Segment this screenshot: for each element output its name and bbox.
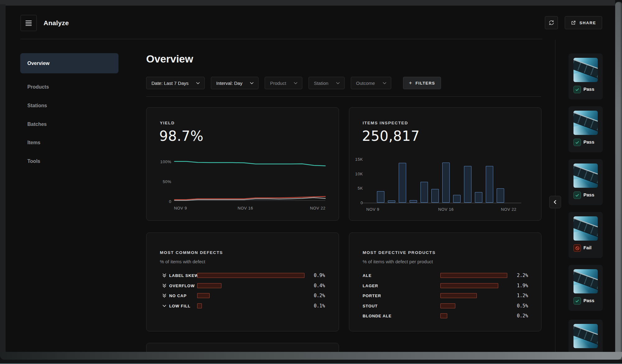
chevron-down-icon (196, 82, 200, 85)
filter-dropdown-interval-day[interactable]: Interval: Day (211, 77, 258, 89)
products-card-subtitle: % of items with defect per product (363, 259, 433, 264)
row-label: STOUT (363, 304, 378, 308)
collapse-panel-button[interactable] (549, 196, 561, 208)
inspection-status-label: Fail (583, 245, 592, 250)
bar-day-10 (475, 192, 482, 203)
defects-row-no-cap: NO CAP0.2% (160, 291, 330, 300)
items-xtick: NOV 16 (438, 207, 454, 212)
pass-check-icon (573, 139, 581, 146)
sidebar-item-label: Stations (27, 103, 47, 108)
share-export-icon (571, 20, 576, 25)
row-label: BLONDE ALE (363, 314, 392, 318)
partial-card (146, 343, 339, 352)
inspection-thumbnail-image (573, 111, 598, 135)
items-chart-plot (365, 159, 516, 203)
chevron-down-icon (336, 82, 340, 85)
sidebar-item-items[interactable]: Items (20, 133, 118, 152)
inspection-item-card[interactable]: Pass (569, 159, 603, 205)
row-value: 0.4% (314, 283, 325, 288)
row-label: LOW FILL (169, 304, 191, 308)
items-ytick: 5K (349, 186, 363, 191)
app-title: Analyze (44, 19, 69, 27)
chevron-left-icon (553, 200, 557, 205)
bar-day-8 (453, 195, 461, 203)
chevron-down-icon (250, 82, 254, 85)
row-bar (197, 303, 202, 308)
filter-dropdown-outcome[interactable]: Outcome (351, 77, 391, 89)
defects-card-title: MOST COMMON DEFECTS (160, 250, 223, 255)
defects-card-subtitle: % of items with defect (160, 259, 205, 264)
items-x-axis (362, 203, 521, 203)
monitor-chin (0, 360, 622, 364)
inspection-item-card[interactable]: Fail (569, 212, 603, 258)
double-chevron-down-icon[interactable] (162, 273, 166, 278)
bar-day-3 (399, 163, 406, 203)
inspection-thumbnail-image (573, 269, 598, 293)
filter-dropdown-label: Station (314, 81, 328, 86)
bar-day-5 (420, 182, 428, 203)
menu-button[interactable] (21, 15, 37, 31)
defects-row-overflow: OVERFLOW0.4% (160, 281, 330, 290)
row-label: LABEL SKEW (169, 273, 199, 278)
pass-check-icon (573, 297, 581, 305)
fail-no-entry-icon (573, 244, 581, 252)
sidebar-item-label: Tools (27, 159, 40, 164)
row-value: 0.2% (517, 313, 528, 319)
inspection-item-card[interactable]: Pass (569, 265, 603, 311)
line-series-yield-pct (174, 161, 325, 166)
sidebar-item-stations[interactable]: Stations (20, 96, 118, 115)
refresh-button[interactable] (545, 16, 558, 29)
items-xtick: NOV 22 (501, 207, 517, 212)
filter-dropdown-label: Date: Last 7 Days (151, 81, 188, 86)
double-chevron-down-icon[interactable] (162, 293, 166, 298)
products-row-blonde-ale: BLONDE ALE0.2% (363, 311, 533, 320)
pass-check-icon (573, 86, 581, 93)
bar-day-12 (497, 188, 504, 203)
double-chevron-down-icon[interactable] (162, 283, 166, 288)
yield-xtick: NOV 16 (238, 206, 253, 210)
yield-chart-plot (174, 160, 327, 203)
yield-card: YIELD 98.7% 100%50%0NOV 9NOV 16NOV 22 (146, 107, 339, 221)
yield-metric: 98.7% (159, 128, 203, 144)
share-button[interactable]: SHARE (565, 16, 602, 29)
row-bar (440, 313, 447, 318)
sidebar-item-overview[interactable]: Overview (20, 53, 118, 73)
products-row-lager: LAGER1.9% (363, 281, 533, 290)
add-filters-button[interactable]: +FILTERS (403, 77, 441, 89)
filter-dropdown-date-last-7-days[interactable]: Date: Last 7 Days (146, 77, 205, 89)
inspection-item-card[interactable]: Pass (569, 106, 603, 152)
yield-card-title: YIELD (160, 121, 175, 125)
products-card: MOST DEFECTIVE PRODUCTS % of items with … (349, 233, 541, 331)
sidebar-item-tools[interactable]: Tools (20, 152, 118, 171)
chevron-down-icon[interactable] (162, 304, 166, 308)
row-bar (440, 303, 455, 308)
filter-dropdown-product[interactable]: Product (265, 77, 302, 89)
inspection-item-card[interactable] (569, 320, 603, 352)
row-value: 0.2% (314, 293, 325, 298)
row-bar (197, 283, 221, 288)
defects-row-low-fill: LOW FILL0.1% (160, 302, 330, 310)
row-value: 0.1% (314, 303, 325, 309)
row-bar (197, 293, 210, 298)
filter-dropdown-station[interactable]: Station (309, 77, 345, 89)
bar-day-6 (431, 189, 439, 203)
chevron-down-icon (383, 82, 387, 85)
sidebar-item-batches[interactable]: Batches (20, 115, 118, 134)
products-row-ale: ALE2.2% (363, 271, 533, 280)
row-label: PORTER (363, 293, 381, 298)
sidebar-item-label: Overview (27, 61, 49, 66)
add-filters-label: FILTERS (415, 81, 435, 85)
row-value: 2.2% (517, 273, 528, 278)
monitor-bezel-right (615, 2, 622, 360)
bar-day-2 (388, 200, 395, 203)
items-ytick: 10K (349, 171, 363, 176)
inspection-item-card[interactable]: Pass (569, 53, 603, 99)
bar-day-4 (410, 200, 417, 203)
filter-bar: Date: Last 7 DaysInterval: DayProductSta… (146, 77, 441, 89)
items-ytick: 0 (349, 200, 363, 205)
bar-day-1 (377, 191, 384, 203)
bar-day-9 (464, 166, 471, 203)
inspection-status-label: Pass (583, 192, 594, 197)
share-button-label: SHARE (579, 21, 596, 25)
sidebar-item-products[interactable]: Products (20, 78, 118, 96)
